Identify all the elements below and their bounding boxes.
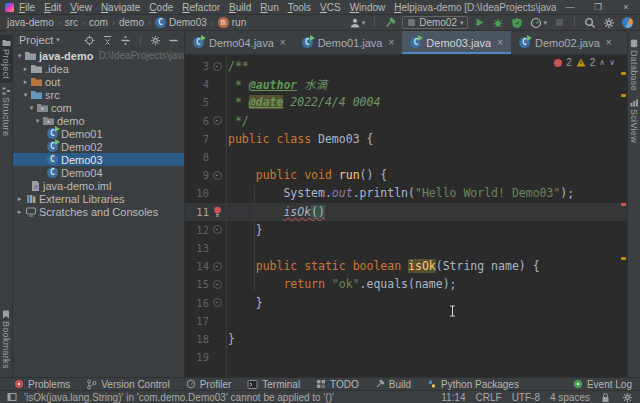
chevron-collapsed-icon[interactable]: ▸ (15, 195, 24, 203)
search-button[interactable] (583, 17, 597, 29)
breadcrumb-run[interactable]: mrun (218, 17, 246, 28)
menu-help[interactable]: Help (394, 2, 415, 13)
line-number[interactable]: 15 (185, 278, 209, 290)
minimize-button[interactable]: — (556, 0, 584, 15)
next-error-icon[interactable]: ∨ (609, 58, 615, 67)
line-number[interactable]: 9 (185, 169, 209, 181)
fold-marker-icon[interactable]: - (209, 225, 225, 234)
tree-item-scratches-and-consoles[interactable]: ▸Scratches and Consoles (13, 205, 184, 218)
project-view-title[interactable]: Project (19, 34, 53, 46)
gear-button[interactable] (149, 35, 162, 46)
tool-stripe-project[interactable]: Project (0, 35, 13, 83)
profiler-button[interactable]: ▾ (529, 17, 548, 29)
line-ending[interactable]: CRLF (476, 392, 502, 403)
menu-tools[interactable]: Tools (288, 2, 311, 13)
tree-item-src[interactable]: ▾src (13, 88, 184, 101)
error-bulb-icon[interactable] (209, 206, 225, 218)
ide-sphere-button[interactable] (621, 17, 634, 28)
breadcrumb-demo03[interactable]: CDemo03 (155, 17, 207, 28)
chevron-down-icon[interactable]: ▾ (56, 36, 60, 44)
tree-item-java-demo-iml[interactable]: java-demo.iml (13, 179, 184, 192)
line-number[interactable]: 11 (185, 206, 209, 218)
tree-item-demo02[interactable]: CDemo02 (13, 140, 184, 153)
error-stripe-mark[interactable] (621, 94, 626, 97)
error-stripe-mark[interactable] (621, 257, 626, 260)
coverage-button[interactable] (510, 17, 524, 29)
menu-code[interactable]: Code (149, 2, 173, 13)
close-tab-icon[interactable]: × (389, 37, 395, 48)
menu-vcs[interactable]: VCS (320, 2, 341, 13)
line-number[interactable]: 12 (185, 224, 209, 236)
toolwindow-toggle-button[interactable] (6, 392, 18, 402)
toolwindow-button-terminal[interactable]: Terminal (247, 379, 300, 390)
tree-item-java-demo[interactable]: ▾java-demoD:\IdeaProjects\java-demo (13, 49, 184, 62)
menu-refactor[interactable]: Refactor (182, 2, 220, 13)
toolwindow-button-build[interactable]: Build (375, 379, 411, 390)
highlighting-level-button[interactable] (621, 392, 634, 403)
tree-item-com[interactable]: ▾com (13, 101, 184, 114)
menu-navigate[interactable]: Navigate (101, 2, 140, 13)
indent-setting[interactable]: 4 spaces (550, 392, 590, 403)
breadcrumb-src[interactable]: src (65, 17, 78, 28)
breadcrumb-demo[interactable]: demo (119, 17, 144, 28)
chevron-expanded-icon[interactable]: ▾ (21, 91, 30, 99)
caret-position[interactable]: 11:14 (441, 392, 465, 403)
expand-all-button[interactable] (101, 35, 114, 46)
breadcrumb-java-demo[interactable]: java-demo (7, 17, 54, 28)
fold-marker-icon[interactable]: - (209, 171, 225, 180)
menu-file[interactable]: File (19, 2, 35, 13)
chevron-collapsed-icon[interactable]: ▸ (15, 208, 24, 216)
line-number[interactable]: 14 (185, 260, 209, 272)
error-stripe-mark[interactable] (621, 203, 626, 206)
menu-window[interactable]: Window (350, 2, 386, 13)
file-encoding[interactable]: UTF-8 (512, 392, 540, 403)
collapse-all-button[interactable] (119, 35, 132, 46)
settings-button[interactable] (602, 17, 616, 29)
line-number[interactable]: 7 (185, 133, 209, 145)
close-tab-icon[interactable]: × (497, 37, 503, 48)
line-number[interactable]: 19 (185, 351, 209, 363)
close-button[interactable]: × (612, 0, 640, 15)
menu-run[interactable]: Run (260, 2, 278, 13)
tab-demo04-java[interactable]: CDemo04.java× (185, 31, 294, 54)
user-menu-button[interactable]: ▾ (348, 17, 367, 29)
close-tab-icon[interactable]: × (280, 37, 286, 48)
tree-item-external-libraries[interactable]: ▸External Libraries (13, 192, 184, 205)
toolwindow-button-profiler[interactable]: Profiler (186, 379, 232, 390)
tool-stripe-database[interactable]: Database (628, 35, 640, 95)
line-number[interactable]: 8 (185, 151, 209, 163)
locate-button[interactable] (83, 35, 96, 46)
build-project-button[interactable] (383, 17, 397, 29)
chevron-expanded-icon[interactable]: ▾ (33, 117, 42, 125)
fold-marker-icon[interactable]: - (209, 116, 225, 125)
tree-item-idea[interactable]: ▸.idea (13, 62, 184, 75)
chevron-expanded-icon[interactable]: ▾ (15, 52, 24, 60)
code-editor[interactable]: 3-/**4 * @author 水滴5 * @date 2022/4/4 00… (185, 55, 627, 377)
hide-button[interactable] (167, 35, 180, 46)
line-number[interactable]: 3 (185, 60, 209, 72)
maximize-button[interactable]: ❐ (584, 0, 612, 15)
tool-stripe-structure[interactable]: Structure (0, 83, 13, 140)
run-configuration-selector[interactable]: Demo02▾ (402, 16, 468, 29)
line-number[interactable]: 17 (185, 315, 209, 327)
run-button[interactable] (473, 17, 486, 28)
line-number[interactable]: 16 (185, 297, 209, 309)
breadcrumb-com[interactable]: com (89, 17, 108, 28)
tab-demo03-java[interactable]: CDemo03.java× (402, 31, 511, 54)
tool-stripe-sciview[interactable]: SciView (628, 95, 640, 147)
chevron-collapsed-icon[interactable]: ▸ (21, 65, 30, 73)
tree-item-out[interactable]: ▸out (13, 75, 184, 88)
fold-marker-icon[interactable]: - (209, 262, 225, 271)
previous-error-icon[interactable]: ∧ (599, 58, 605, 67)
tab-demo01-java[interactable]: CDemo01.java× (294, 31, 403, 54)
tree-item-demo[interactable]: ▾demo (13, 114, 184, 127)
line-number[interactable]: 10 (185, 187, 209, 199)
tree-item-demo01[interactable]: CDemo01 (13, 127, 184, 140)
toolwindow-button-todo[interactable]: TODO (316, 379, 359, 390)
debug-button[interactable] (491, 17, 505, 29)
tab-demo02-java[interactable]: CDemo02.java× (511, 31, 620, 54)
toolwindow-button-problems[interactable]: Problems (14, 379, 70, 390)
toolwindow-button-python-packages[interactable]: Python Packages (427, 379, 519, 390)
chevron-expanded-icon[interactable]: ▾ (27, 104, 36, 112)
close-tab-icon[interactable]: × (606, 37, 612, 48)
